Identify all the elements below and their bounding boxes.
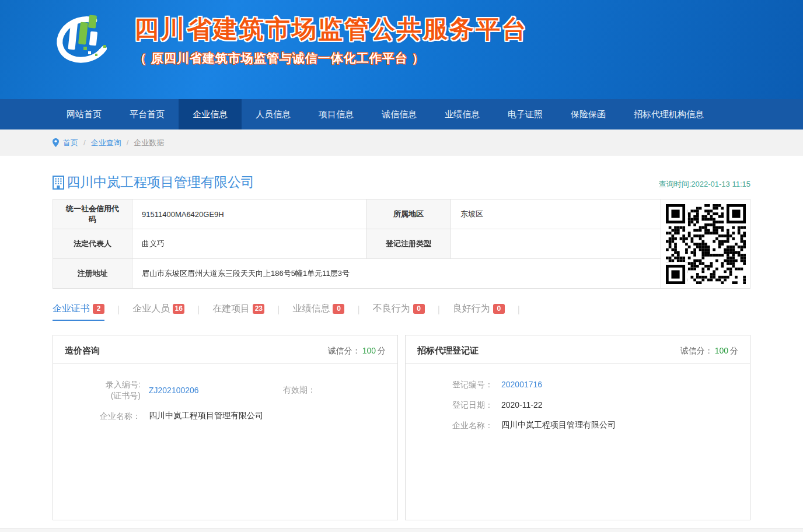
info-label-registered-address: 注册地址 bbox=[53, 259, 132, 288]
breadcrumb-current: 企业数据 bbox=[134, 138, 164, 148]
field-label-company-name: 企业名称： bbox=[441, 420, 493, 431]
field-label-registration-number: 登记编号： bbox=[441, 379, 493, 390]
site-subtitle: （ 原四川省建筑市场监管与诚信一体化工作平台 ） bbox=[134, 50, 528, 66]
nav-item-personnel-info[interactable]: 人员信息 bbox=[242, 99, 305, 130]
company-title: 四川中岚工程项目管理有限公司 bbox=[53, 173, 254, 191]
field-value-registration-date: 2020-11-22 bbox=[501, 400, 543, 410]
count-badge: 0 bbox=[493, 304, 505, 314]
nav-item-insurance-guarantee[interactable]: 保险保函 bbox=[557, 99, 620, 130]
info-label-region: 所属地区 bbox=[366, 200, 451, 229]
nav-item-enterprise-info[interactable]: 企业信息 bbox=[179, 99, 242, 130]
tab-performance-info[interactable]: 业绩信息 0 bbox=[292, 303, 344, 321]
tab-separator: | bbox=[197, 304, 200, 320]
card-title: 招标代理登记证 bbox=[417, 345, 479, 356]
tab-separator: | bbox=[438, 304, 440, 320]
integrity-score: 诚信分：100分 bbox=[328, 346, 386, 356]
bidding-agency-certificate-card: 招标代理登记证 诚信分：100分 登记编号： 202001716 登记日期： 2… bbox=[405, 335, 750, 520]
cost-consulting-card: 造价咨询 诚信分：100分 录入编号: (证书号) ZJ202100206 bbox=[53, 335, 398, 520]
company-name: 四川中岚工程项目管理有限公司 bbox=[67, 173, 254, 191]
footer-divider bbox=[0, 528, 803, 532]
nav-item-bidding-agency-info[interactable]: 招标代理机构信息 bbox=[620, 99, 718, 130]
query-time: 查询时间:2022-01-13 11:15 bbox=[659, 179, 750, 191]
site-logo-icon bbox=[51, 7, 116, 70]
info-value-registration-type bbox=[451, 229, 661, 258]
field-label-company-name: 企业名称： bbox=[88, 411, 141, 422]
qr-code bbox=[666, 204, 746, 284]
info-label-legal-rep: 法定代表人 bbox=[53, 229, 132, 258]
score-value: 100 bbox=[715, 346, 728, 355]
company-info-table: 统一社会信用代码 91511400MA6420GE9H 所属地区 东坡区 法定代… bbox=[53, 199, 750, 289]
nav-item-e-certificates[interactable]: 电子证照 bbox=[494, 99, 557, 130]
breadcrumb-home[interactable]: 首页 bbox=[63, 138, 78, 148]
nav-item-website-home[interactable]: 网站首页 bbox=[53, 99, 116, 130]
count-badge: 0 bbox=[413, 304, 425, 314]
field-label-entry-number: 录入编号: (证书号) bbox=[88, 379, 141, 401]
site-title: 四川省建筑市场监管公共服务平台 bbox=[134, 13, 528, 46]
tab-separator: | bbox=[518, 304, 520, 320]
info-value-region: 东坡区 bbox=[451, 200, 661, 229]
nav-item-project-info[interactable]: 项目信息 bbox=[305, 99, 368, 130]
nav-item-performance-info[interactable]: 业绩信息 bbox=[431, 99, 494, 130]
breadcrumb-separator: / bbox=[127, 138, 129, 147]
card-title: 造价咨询 bbox=[65, 345, 100, 356]
count-badge: 16 bbox=[173, 304, 184, 314]
field-label-registration-date: 登记日期： bbox=[441, 400, 493, 411]
main-content: 四川中岚工程项目管理有限公司 查询时间:2022-01-13 11:15 统一社… bbox=[53, 173, 750, 520]
registration-number-link[interactable]: 202001716 bbox=[501, 380, 542, 389]
qr-code-cell bbox=[661, 200, 750, 288]
count-badge: 0 bbox=[333, 304, 344, 314]
field-value-company-name: 四川中岚工程项目管理有限公司 bbox=[149, 411, 263, 421]
count-badge: 2 bbox=[93, 304, 104, 314]
location-pin-icon bbox=[53, 138, 59, 147]
integrity-score: 诚信分：100分 bbox=[680, 346, 738, 356]
info-value-credit-code: 91511400MA6420GE9H bbox=[132, 200, 366, 229]
building-icon bbox=[53, 176, 64, 190]
breadcrumb: 首页 / 企业查询 / 企业数据 bbox=[53, 130, 750, 156]
nav-item-integrity-info[interactable]: 诚信信息 bbox=[368, 99, 431, 130]
site-header: 四川省建筑市场监管公共服务平台 （ 原四川省建筑市场监管与诚信一体化工作平台 ） bbox=[0, 0, 803, 99]
nav-item-platform-home[interactable]: 平台首页 bbox=[116, 99, 179, 130]
tab-enterprise-certificates[interactable]: 企业证书 2 bbox=[53, 303, 104, 321]
info-label-registration-type: 登记注册类型 bbox=[366, 229, 451, 258]
breadcrumb-bar: 首页 / 企业查询 / 企业数据 bbox=[0, 130, 803, 156]
main-nav: 网站首页 平台首页 企业信息 人员信息 项目信息 诚信信息 业绩信息 电子证照 … bbox=[0, 99, 803, 130]
tab-separator: | bbox=[357, 304, 359, 320]
detail-tabs: 企业证书 2 | 企业人员 16 | 在建项目 23 | 业绩信息 0 | 不良… bbox=[53, 303, 750, 321]
tab-good-behavior[interactable]: 良好行为 0 bbox=[453, 303, 505, 321]
tab-separator: | bbox=[117, 304, 120, 320]
field-value-company-name: 四川中岚工程项目管理有限公司 bbox=[501, 420, 616, 430]
tab-projects-under-construction[interactable]: 在建项目 23 bbox=[212, 303, 264, 321]
info-value-registered-address: 眉山市东坡区眉州大道东三段天天向上186号5幢1单元11层3号 bbox=[132, 259, 661, 288]
breadcrumb-separator: / bbox=[83, 138, 86, 147]
info-value-legal-rep: 曲义巧 bbox=[132, 229, 366, 258]
info-label-credit-code: 统一社会信用代码 bbox=[53, 200, 132, 229]
breadcrumb-enterprise-search[interactable]: 企业查询 bbox=[91, 138, 121, 148]
tab-separator: | bbox=[277, 304, 280, 320]
certificate-number-link[interactable]: ZJ202100206 bbox=[149, 386, 199, 395]
count-badge: 23 bbox=[253, 304, 264, 314]
field-label-validity: 有效期： bbox=[263, 384, 316, 396]
tab-bad-behavior[interactable]: 不良行为 0 bbox=[373, 303, 425, 321]
tab-enterprise-personnel[interactable]: 企业人员 16 bbox=[132, 303, 184, 321]
score-value: 100 bbox=[362, 346, 376, 355]
